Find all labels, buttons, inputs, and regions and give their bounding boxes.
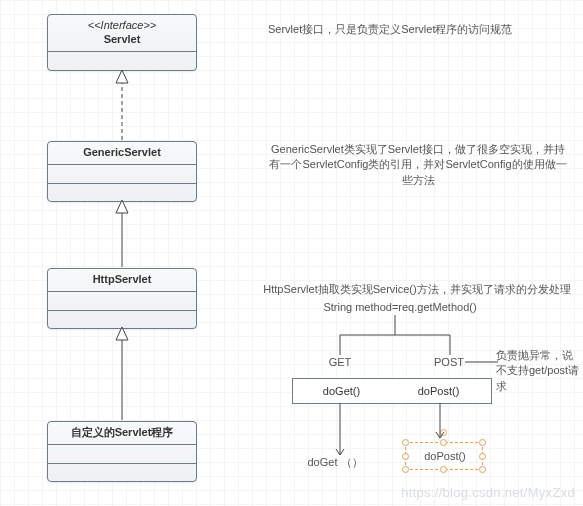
note-generic: GenericServlet类实现了Servlet接口，做了很多空实现，并持有一… <box>268 142 568 188</box>
override-doget: doGet （） <box>300 455 370 470</box>
override-dopost-label: doPost() <box>406 449 484 464</box>
method-box[interactable]: doGet()doPost() <box>292 378 492 404</box>
method-dopost: doPost() <box>390 379 487 403</box>
watermark: https://blog.csdn.net/MyxZxd <box>401 485 575 500</box>
resize-handle[interactable] <box>479 453 486 460</box>
class-http-servlet[interactable]: HttpServlet <box>47 268 197 329</box>
stereotype-label: <<Interface>> <box>54 19 190 33</box>
note-servlet: Servlet接口，只是负责定义Servlet程序的访问规范 <box>268 22 558 37</box>
resize-handle[interactable] <box>402 453 409 460</box>
class-name: GenericServlet <box>54 146 190 160</box>
note-http-line1: HttpServlet抽取类实现Service()方法，并实现了请求的分发处理 <box>262 282 572 297</box>
method-doget: doGet() <box>293 379 390 403</box>
branch-get-label: GET <box>322 355 358 370</box>
resize-handle[interactable] <box>440 439 447 446</box>
note-error: 负责抛异常，说不支持get/post请求 <box>496 348 582 394</box>
class-servlet[interactable]: <<Interface>> Servlet <box>47 14 197 71</box>
resize-handle[interactable] <box>402 466 409 473</box>
resize-handle[interactable] <box>479 466 486 473</box>
branch-post-label: POST <box>426 355 472 370</box>
class-name: HttpServlet <box>54 273 190 287</box>
class-name: 自定义的Servlet程序 <box>54 426 190 440</box>
class-generic-servlet[interactable]: GenericServlet <box>47 141 197 202</box>
override-dopost-selected[interactable]: doPost() <box>405 442 483 470</box>
class-custom-servlet[interactable]: 自定义的Servlet程序 <box>47 421 197 482</box>
note-http-line2: String method=req.getMethod() <box>300 300 500 315</box>
rotate-handle[interactable] <box>440 429 447 436</box>
resize-handle[interactable] <box>440 466 447 473</box>
resize-handle[interactable] <box>479 439 486 446</box>
class-name: Servlet <box>54 33 190 47</box>
resize-handle[interactable] <box>402 439 409 446</box>
